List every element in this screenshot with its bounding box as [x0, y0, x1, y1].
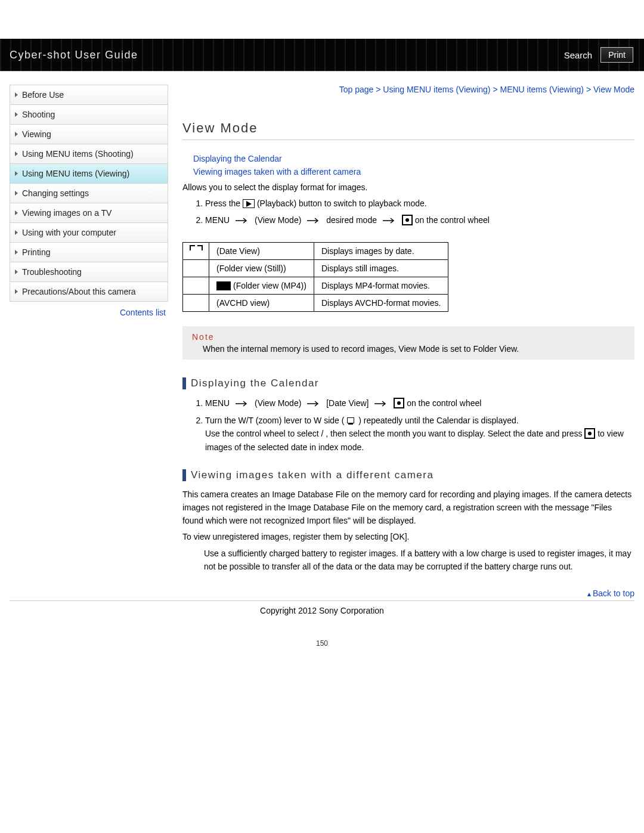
date-view-icon [190, 245, 203, 255]
nav-before-use[interactable]: Before Use [10, 85, 168, 104]
modes-table: (Date View) Displays images by date. (Fo… [182, 242, 448, 312]
crumb-menu-viewing[interactable]: MENU items (Viewing) [500, 85, 584, 94]
back-to-top-link[interactable]: Back to top [182, 589, 634, 598]
zoom-w-icon [346, 417, 356, 425]
crumb-current: View Mode [593, 85, 634, 94]
crumb-top[interactable]: Top page [339, 85, 374, 94]
mode-desc: Displays still images. [314, 259, 448, 277]
center-button-icon [402, 215, 413, 225]
nav-viewing-tv[interactable]: Viewing images on a TV [10, 203, 168, 222]
mode-desc: Displays MP4-format movies. [314, 277, 448, 294]
anchor-calendar[interactable]: Displaying the Calendar [193, 152, 634, 165]
heading-calendar: Displaying the Calendar [182, 377, 634, 389]
nav-viewing[interactable]: Viewing [10, 124, 168, 144]
anchor-diff-camera[interactable]: Viewing images taken with a different ca… [193, 165, 634, 178]
table-row: (AVCHD view) Displays AVCHD-format movie… [183, 294, 448, 311]
heading-diff-camera: Viewing images taken with a different ca… [182, 469, 634, 481]
arrow-icon [374, 397, 388, 410]
app-title: Cyber-shot User Guide [10, 49, 138, 61]
nav-shooting[interactable]: Shooting [10, 104, 168, 124]
step-1: Press the (Playback) button to switch to… [205, 197, 634, 210]
diff-p1: This camera creates an Image Database Fi… [182, 488, 634, 527]
arrow-icon [307, 397, 320, 410]
cal-step-2: Turn the W/T (zoom) lever to W side ( ) … [205, 414, 634, 454]
cal-step-1: MENU (View Mode) [Date View] on the cont… [205, 397, 634, 410]
search-link[interactable]: Search [564, 50, 593, 60]
contents-list-link[interactable]: Contents list [120, 308, 166, 317]
nav-precautions[interactable]: Precautions/About this camera [10, 281, 168, 301]
mode-desc: Displays images by date. [314, 242, 448, 259]
step-2: MENU (View Mode) desired mode on the con… [205, 213, 634, 227]
nav-changing-settings[interactable]: Changing settings [10, 183, 168, 203]
arrow-icon [307, 214, 320, 227]
nav-menu-shooting[interactable]: Using MENU items (Shooting) [10, 144, 168, 163]
print-button[interactable]: Print [600, 47, 633, 63]
arrow-icon [236, 214, 249, 227]
mode-name: (Folder view (MP4)) [209, 277, 314, 294]
main-content: Top page > Using MENU items (Viewing) > … [182, 85, 634, 600]
mp4-icon [216, 281, 231, 290]
nav-printing[interactable]: Printing [10, 242, 168, 262]
arrow-icon [236, 397, 249, 410]
arrow-icon [383, 214, 396, 227]
table-row: (Folder view (Still)) Displays still ima… [183, 259, 448, 277]
center-button-icon [584, 428, 595, 439]
intro-text: Allows you to select the display format … [182, 182, 634, 192]
nav-menu-viewing[interactable]: Using MENU items (Viewing) [10, 163, 168, 183]
note-title: Note [192, 332, 625, 342]
note-body: When the internal memory is used to reco… [192, 344, 625, 354]
mode-name: (Date View) [209, 242, 314, 259]
mode-name: (Folder view (Still)) [209, 259, 314, 277]
note-box: Note When the internal memory is used to… [182, 326, 634, 360]
playback-icon [243, 199, 255, 208]
nav-computer[interactable]: Using with your computer [10, 222, 168, 242]
diff-p3: Use a sufficiently charged battery to re… [182, 547, 634, 573]
center-button-icon [394, 398, 404, 408]
table-row: (Date View) Displays images by date. [183, 242, 448, 259]
copyright: Copyright 2012 Sony Corporation [0, 601, 644, 639]
table-row: (Folder view (MP4)) Displays MP4-format … [183, 277, 448, 294]
breadcrumb: Top page > Using MENU items (Viewing) > … [182, 85, 634, 94]
page-title: View Mode [182, 120, 634, 140]
mode-name: (AVCHD view) [209, 294, 314, 311]
sidebar: Before Use Shooting Viewing Using MENU i… [10, 85, 168, 317]
mode-desc: Displays AVCHD-format movies. [314, 294, 448, 311]
page-number: 150 [0, 639, 644, 662]
calendar-steps: MENU (View Mode) [Date View] on the cont… [182, 397, 634, 454]
main-steps: Press the (Playback) button to switch to… [182, 197, 634, 228]
nav-troubleshooting[interactable]: Troubleshooting [10, 262, 168, 281]
header-bar: Cyber-shot User Guide Search Print [0, 39, 644, 71]
diff-p2: To view unregistered images, register th… [182, 531, 634, 544]
crumb-menu-viewing-parent[interactable]: Using MENU items (Viewing) [383, 85, 490, 94]
nav-list: Before Use Shooting Viewing Using MENU i… [10, 85, 168, 302]
